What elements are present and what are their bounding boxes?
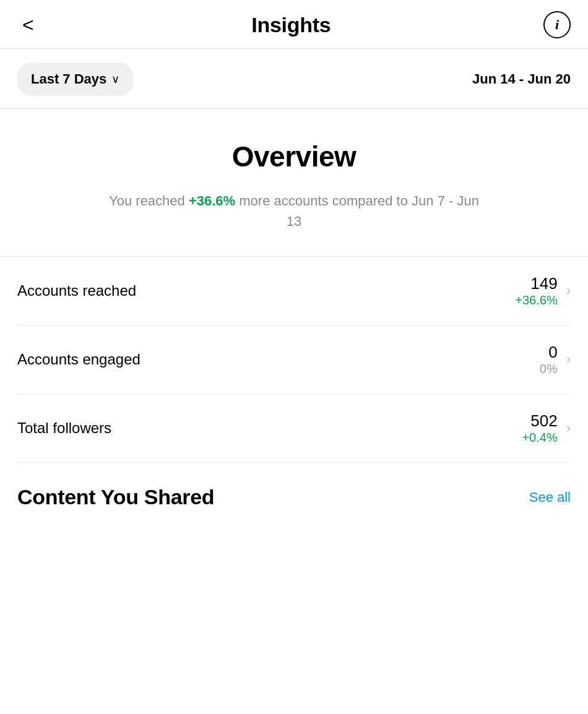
stat-right-total-followers: 502 +0.4% ›	[522, 411, 571, 445]
stat-accounts-engaged[interactable]: Accounts engaged 0 0% ›	[17, 325, 571, 394]
stat-values-accounts-reached: 149 +36.6%	[515, 274, 557, 308]
date-range-display: Jun 14 - Jun 20	[472, 71, 571, 87]
description-prefix: You reached	[109, 193, 189, 209]
stat-label-accounts-engaged: Accounts engaged	[17, 351, 141, 368]
stat-change-accounts-reached: +36.6%	[515, 293, 557, 308]
page-title: Insights	[251, 13, 331, 37]
stat-right-accounts-reached: 149 +36.6% ›	[515, 274, 571, 308]
filter-bar: Last 7 Days ∨ Jun 14 - Jun 20	[0, 49, 588, 109]
stat-right-accounts-engaged: 0 0% ›	[540, 343, 571, 376]
content-shared-section: Content You Shared See all	[0, 463, 588, 522]
stat-label-accounts-reached: Accounts reached	[17, 282, 136, 299]
stat-number-total-followers: 502	[522, 411, 557, 431]
description-suffix: more accounts compared to Jun 7 - Jun 13	[235, 193, 479, 229]
stat-number-accounts-engaged: 0	[540, 343, 558, 362]
stat-change-total-followers: +0.4%	[522, 431, 557, 445]
stat-label-total-followers: Total followers	[17, 419, 111, 437]
stat-total-followers[interactable]: Total followers 502 +0.4% ›	[17, 394, 571, 463]
content-header: Content You Shared See all	[17, 485, 571, 509]
chevron-right-icon-accounts-engaged: ›	[566, 351, 571, 368]
stats-list: Accounts reached 149 +36.6% › Accounts e…	[0, 257, 588, 463]
stat-values-accounts-engaged: 0 0%	[540, 343, 558, 376]
date-filter-button[interactable]: Last 7 Days ∨	[17, 62, 133, 96]
description-highlight: +36.6%	[189, 193, 235, 209]
content-shared-title: Content You Shared	[17, 485, 214, 509]
back-button[interactable]: <	[17, 12, 39, 37]
chevron-right-icon-accounts-reached: ›	[566, 283, 571, 299]
stat-accounts-reached[interactable]: Accounts reached 149 +36.6% ›	[17, 257, 571, 325]
overview-section: Overview You reached +36.6% more account…	[0, 109, 588, 257]
see-all-button[interactable]: See all	[529, 489, 571, 505]
stat-values-total-followers: 502 +0.4%	[522, 411, 557, 445]
filter-label: Last 7 Days	[31, 71, 106, 87]
info-button[interactable]: i	[543, 11, 571, 38]
stat-change-accounts-engaged: 0%	[540, 362, 558, 376]
overview-title: Overview	[17, 140, 571, 173]
chevron-right-icon-total-followers: ›	[566, 420, 571, 436]
stat-number-accounts-reached: 149	[515, 274, 557, 293]
app-header: < Insights i	[0, 0, 588, 49]
chevron-down-icon: ∨	[111, 72, 119, 86]
overview-description: You reached +36.6% more accounts compare…	[108, 191, 480, 231]
